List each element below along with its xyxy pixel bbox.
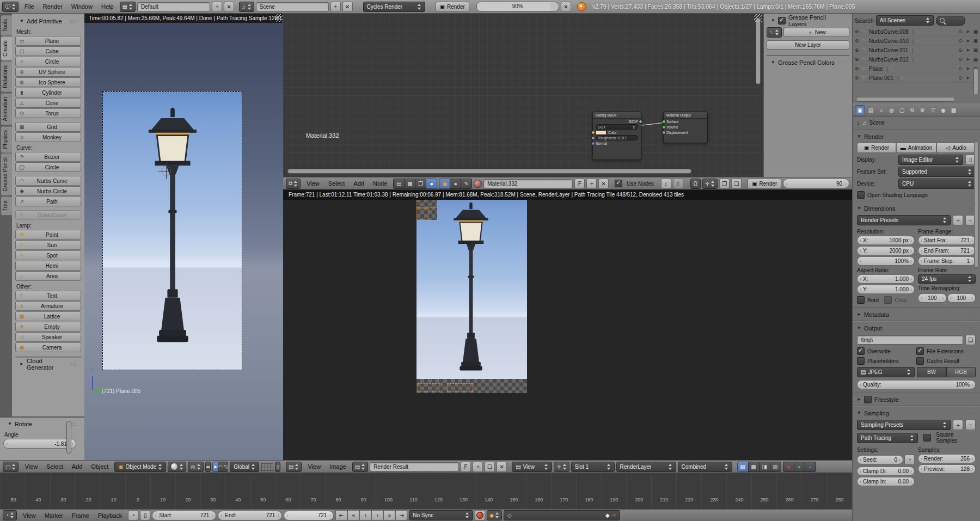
angle-slider[interactable]: -1.81° [3, 439, 76, 449]
menu-item[interactable]: View [19, 510, 40, 521]
layout-name-field[interactable]: Default [137, 2, 210, 11]
close-layout-button[interactable]: ✕ [224, 2, 234, 12]
pin-icon[interactable]: ↨ [857, 120, 860, 126]
gp-new-layer-button[interactable]: New Layer [767, 40, 849, 50]
gp-draw-mode-selector[interactable]: ✎ [767, 27, 782, 38]
render-slider[interactable]: 90 [783, 179, 849, 188]
aspect-x-field[interactable]: X:1.000 [857, 274, 915, 284]
mode-select[interactable]: ▣Object Mode [114, 462, 166, 472]
menu-item[interactable]: File [20, 1, 39, 13]
renderable-camera-icon[interactable]: ▣ [973, 57, 978, 62]
menu-item[interactable]: Select [324, 177, 350, 189]
add-object-button[interactable]: FText [15, 291, 81, 301]
selectable-cursor-icon[interactable]: ➤ [966, 57, 970, 62]
add-object-button[interactable]: ▣Camera [15, 342, 81, 352]
menu-item[interactable]: Add [68, 461, 87, 473]
shader-type-icon[interactable]: ● [426, 179, 437, 189]
glossy-bsdf-node[interactable]: Glossy BSDF BSDF GGX Color Roughness: 0.… [592, 112, 641, 160]
menu-item[interactable]: Select [42, 461, 68, 473]
render-panel-header[interactable]: Render:::: [853, 131, 980, 142]
new-image-button[interactable]: ＋ [473, 462, 483, 472]
scene-name-field[interactable]: Scene [256, 2, 329, 11]
add-preset-button[interactable]: ＋ [953, 215, 963, 225]
properties-tab-icon[interactable]: ◉ [939, 106, 948, 115]
gp-new-button[interactable]: ＋New [783, 28, 849, 37]
add-mesh-button[interactable]: ◎Torus [15, 108, 81, 118]
copy-nodes-icon[interactable]: ❐ [719, 179, 730, 189]
blue-channel-icon[interactable]: ● [805, 462, 816, 472]
z-channel-button[interactable]: ▥ [770, 462, 781, 472]
outliner-item[interactable]: ⊕ ◠ NurbsCurve.012 | ⁘ ⊙ ➤ ▣ [855, 55, 978, 64]
render-slot-select[interactable]: Slot 1 [571, 462, 615, 472]
menu-item[interactable]: Frame [68, 510, 94, 521]
expand-icon[interactable]: ⊕ [855, 66, 861, 71]
expand-icon[interactable]: ⊕ [855, 29, 861, 34]
feature-set-select[interactable]: Supported [898, 167, 976, 177]
bsdf-output-socket[interactable] [639, 120, 642, 124]
add-object-button[interactable]: ▦Lattice [15, 311, 81, 321]
menu-item[interactable]: Node [369, 177, 391, 189]
delete-key-icon[interactable]: ✂ [612, 512, 616, 518]
color-channel-button[interactable]: ▧ [737, 462, 749, 472]
playback-button[interactable]: ‹ [359, 510, 371, 520]
add-lamp-button[interactable]: ▱Area [15, 271, 81, 281]
output-path-field[interactable]: /tmp\ [857, 335, 963, 345]
folder-icon[interactable]: ❏ [965, 335, 976, 345]
timeline[interactable]: -50-40-30-20-100102030405060708090100110… [0, 473, 852, 521]
menu-item[interactable]: Help [97, 1, 118, 13]
image-view-mode-select[interactable]: ▤View [512, 462, 552, 472]
alpha-channel-button[interactable]: ◨ [759, 462, 770, 472]
dimensions-panel-header[interactable]: Dimensions:::: [853, 203, 980, 213]
node-hscrollbar[interactable] [287, 169, 691, 174]
resize-grip[interactable] [275, 14, 283, 22]
menu-item[interactable]: Object [87, 461, 113, 473]
render-audio-button[interactable]: ◁Audio [936, 143, 976, 153]
red-channel-icon[interactable]: ● [783, 462, 794, 472]
file-extensions-checkbox[interactable] [916, 347, 924, 355]
add-lamp-button[interactable]: ☀Sun [15, 240, 81, 250]
aspect-y-field[interactable]: Y:1.000 [857, 285, 915, 294]
scale-manipulator-button[interactable]: ◹ [223, 462, 228, 472]
end-frame-field[interactable]: End:721 [218, 511, 282, 520]
editor-type-3dview-selector[interactable]: ▢ [3, 462, 19, 472]
render-pass-select[interactable]: Combined [678, 462, 732, 472]
add-layout-button[interactable]: ＋ [212, 2, 222, 12]
properties-tab-icon[interactable]: ⚙ [918, 106, 927, 115]
remap-old-field[interactable]: 100 [918, 293, 947, 303]
color-swatch[interactable] [596, 130, 607, 135]
display-select[interactable]: Image Editor [898, 155, 963, 165]
viewport-shading-selector[interactable] [168, 462, 186, 472]
search-input[interactable] [936, 16, 965, 26]
properties-scrollbar[interactable] [974, 142, 979, 268]
outliner-item[interactable]: ⊕ ▽ Plane.001 | ▽ ⊙ ➤ ▣ [855, 73, 978, 83]
material-name-field[interactable]: Material.332 [483, 179, 573, 188]
cancel-render-button[interactable]: ✕ [561, 2, 571, 12]
add-curve-button[interactable]: ◉Nurbs Circle [15, 186, 81, 196]
add-lamp-button[interactable]: ◡Hemi [15, 261, 81, 271]
add-mesh-button[interactable]: ▭Plane [15, 36, 81, 46]
transform-orientation-select[interactable]: Global [230, 462, 259, 472]
outliner-scope-select[interactable]: All Scenes [876, 15, 934, 26]
compositing-tree-icon[interactable]: ▩ [404, 179, 415, 189]
freestyle-checkbox[interactable] [864, 396, 872, 403]
menu-item[interactable]: Add [349, 177, 369, 189]
close-scene-button[interactable]: ✕ [342, 2, 353, 12]
add-object-button[interactable]: ◁Speaker [15, 332, 81, 342]
clamp-indirect-field[interactable]: Clamp In:0.00 [857, 477, 915, 486]
insert-key-icon[interactable]: ◆ [605, 512, 610, 518]
world-shader-icon[interactable]: ● [450, 179, 461, 189]
add-mesh-button[interactable]: ▢Cube [15, 46, 81, 56]
texture-tree-icon[interactable]: ❐ [415, 179, 426, 189]
add-mesh-button[interactable]: ◍Ico Sphere [15, 77, 81, 87]
border-checkbox[interactable] [857, 296, 865, 304]
add-object-button[interactable]: ⋔Armature [15, 301, 81, 311]
fake-user-button[interactable]: F [461, 462, 471, 472]
tab-tree[interactable]: Tree [1, 197, 12, 215]
material-preview-icon[interactable] [474, 180, 482, 188]
renderable-camera-icon[interactable]: ▣ [973, 47, 978, 53]
distribution-select[interactable]: GGX [596, 124, 638, 130]
render-samples-field[interactable]: Render:256 [918, 454, 976, 463]
preview-samples-field[interactable]: Preview:128 [918, 464, 976, 474]
material-output-node[interactable]: Material Output Surface Volume Displacem… [663, 112, 708, 143]
image-name-field[interactable]: Render Result [370, 462, 459, 471]
